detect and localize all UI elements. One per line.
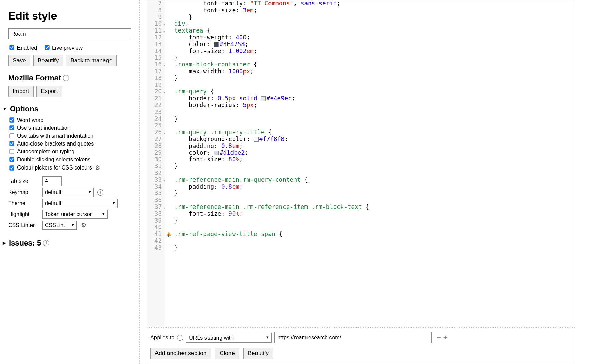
option-checkbox[interactable] <box>9 133 14 138</box>
code-line[interactable]: } <box>174 217 369 224</box>
option-1[interactable]: Use smart indentation <box>8 125 131 131</box>
code-line[interactable]: font-size: 90%; <box>174 211 369 217</box>
options-title[interactable]: ▼ Options <box>3 104 131 113</box>
import-button[interactable]: Import <box>8 86 34 97</box>
applies-to-label: Applies to <box>150 335 174 341</box>
gear-icon[interactable]: ⚙ <box>95 164 100 172</box>
line-number: 20 <box>154 88 162 95</box>
csslinter-row: CSS Linter CSSLint ⚙ <box>8 221 131 230</box>
code-line[interactable]: } <box>174 190 369 197</box>
chevron-right-icon[interactable]: ▶ <box>3 241 6 246</box>
back-to-manage-button[interactable]: Back to manage <box>66 55 117 66</box>
option-2[interactable]: Use tabs with smart indentation <box>8 133 131 139</box>
line-number: 18 <box>154 75 162 82</box>
highlight-select[interactable]: Token under cursor <box>42 210 108 219</box>
add-applies-icon[interactable]: + <box>443 333 448 342</box>
info-icon[interactable]: i <box>63 75 69 81</box>
code-line[interactable]: font-family: "TT Commons", sans-serif; <box>174 0 369 7</box>
issues-title[interactable]: ▶ Issues: 5 i <box>3 239 131 248</box>
code-line[interactable]: } <box>174 75 369 82</box>
sidebar: Edit style Enabled Live preview Save Bea… <box>0 0 140 364</box>
option-checkbox[interactable] <box>9 157 14 162</box>
code-line[interactable]: padding: 0.8em; <box>174 184 369 190</box>
option-0[interactable]: Word wrap <box>8 117 131 123</box>
line-number: 17 <box>154 68 162 75</box>
toggle-row: Enabled Live preview <box>8 44 131 51</box>
theme-select[interactable]: default <box>42 199 118 208</box>
info-icon[interactable]: i <box>43 240 49 246</box>
code-line[interactable]: .rm-ref-page-view-title span { <box>174 231 369 238</box>
option-checkbox[interactable] <box>9 149 14 154</box>
gear-icon[interactable]: ⚙ <box>81 222 86 229</box>
option-6[interactable]: Colour pickers for CSS colours⚙ <box>8 164 131 172</box>
code-line[interactable]: .rm-reference-main.rm-query-content { <box>174 177 369 184</box>
option-checkbox[interactable] <box>9 117 14 122</box>
style-name-input[interactable] <box>8 28 131 39</box>
info-icon[interactable]: i <box>177 335 183 341</box>
code-line[interactable]: border-radius: 5px; <box>174 102 369 109</box>
code-line[interactable]: padding: 0.8em; <box>174 143 369 150</box>
chevron-down-icon[interactable]: ▼ <box>3 106 7 111</box>
add-section-button[interactable]: Add another section <box>150 348 211 359</box>
code-line[interactable]: color: #3F4758; <box>174 41 369 48</box>
code-line[interactable]: textarea { <box>174 27 369 34</box>
code-line[interactable]: max-width: 1000px; <box>174 68 369 75</box>
remove-applies-icon[interactable]: − <box>437 333 441 342</box>
line-number: 37 <box>154 204 162 211</box>
code-line[interactable]: background-color: #f7f8f8; <box>174 136 369 143</box>
enabled-checkbox[interactable] <box>9 45 14 50</box>
code-line[interactable]: .rm-query { <box>174 88 369 95</box>
code-line[interactable] <box>174 224 369 231</box>
code-line[interactable] <box>174 197 369 204</box>
code-line[interactable]: font-size: 3em; <box>174 7 369 14</box>
line-number: 41 <box>154 231 162 238</box>
option-4[interactable]: Autocomplete on typing <box>8 148 131 155</box>
code-line[interactable] <box>174 122 369 129</box>
option-5[interactable]: Double-clicking selects tokens <box>8 156 131 163</box>
code-line[interactable] <box>174 170 369 177</box>
line-number: 10 <box>154 21 162 27</box>
line-number: 21 <box>154 95 162 102</box>
save-button[interactable]: Save <box>8 55 30 66</box>
option-checkbox[interactable] <box>9 141 14 146</box>
code-line[interactable]: } <box>174 54 369 61</box>
keymap-select[interactable]: default <box>42 188 94 197</box>
option-checkbox[interactable] <box>9 165 14 170</box>
code-line[interactable]: .roam-block-container { <box>174 61 369 68</box>
code-line[interactable] <box>174 109 369 116</box>
applies-to-url-input[interactable] <box>274 332 432 343</box>
enabled-checkbox-label[interactable]: Enabled <box>8 45 39 51</box>
code-lines[interactable]: font-family: "TT Commons", sans-serif; f… <box>165 0 369 326</box>
beautify-button[interactable]: Beautify <box>33 55 63 66</box>
code-line[interactable]: div, <box>174 21 369 27</box>
applies-to-mode-select[interactable]: URLs starting with <box>186 333 272 343</box>
info-icon[interactable]: i <box>97 189 103 196</box>
code-editor[interactable]: 7891011121314151617181920212223242526272… <box>147 0 575 364</box>
csslinter-select[interactable]: CSSLint <box>42 221 77 230</box>
livepreview-checkbox[interactable] <box>45 45 49 50</box>
code-line[interactable]: } <box>174 116 369 123</box>
page-title: Edit style <box>8 10 131 22</box>
code-line[interactable]: } <box>174 163 369 170</box>
code-line[interactable]: } <box>174 244 369 251</box>
code-line[interactable]: color: #d1dbe2; <box>174 150 369 156</box>
code-line[interactable]: .rm-reference-main .rm-reference-item .r… <box>174 204 369 211</box>
line-number: 42 <box>154 238 162 244</box>
option-3[interactable]: Auto-close brackets and quotes <box>8 140 131 147</box>
beautify-section-button[interactable]: Beautify <box>243 348 273 359</box>
code-line[interactable]: border: 0.5px solid #e4e9ec; <box>174 95 369 102</box>
line-number: 33 <box>154 177 162 184</box>
code-line[interactable]: font-size: 80%; <box>174 156 369 163</box>
code-line[interactable]: font-size: 1.002em; <box>174 48 369 55</box>
clone-button[interactable]: Clone <box>215 348 239 359</box>
tab-size-input[interactable] <box>42 176 62 186</box>
code-line[interactable] <box>174 238 369 244</box>
code-line[interactable]: } <box>174 14 369 21</box>
line-number: 31 <box>154 163 162 170</box>
export-button[interactable]: Export <box>36 86 62 97</box>
livepreview-checkbox-label[interactable]: Live preview <box>43 45 83 51</box>
code-line[interactable] <box>174 82 369 89</box>
option-checkbox[interactable] <box>9 125 14 130</box>
code-line[interactable]: font-weight: 400; <box>174 34 369 41</box>
code-line[interactable]: .rm-query .rm-query-title { <box>174 129 369 136</box>
